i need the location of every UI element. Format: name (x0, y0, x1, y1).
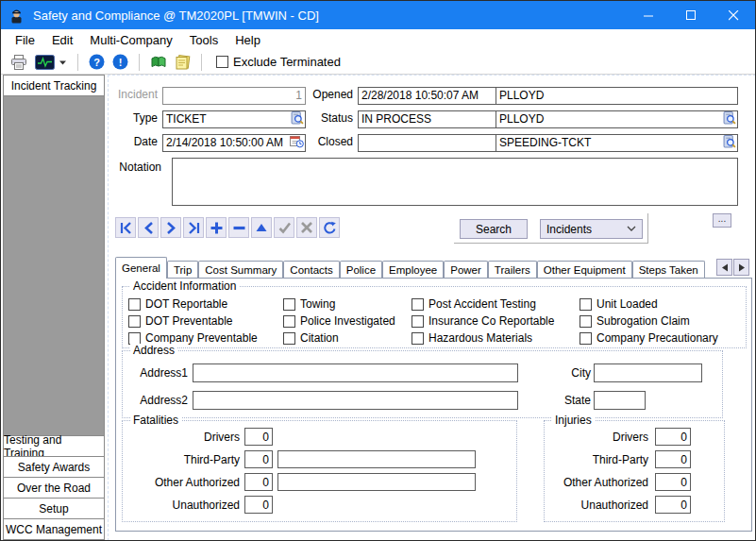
menu-edit[interactable]: Edit (43, 31, 81, 49)
fatalities-other-authorized-detail-input[interactable] (277, 473, 476, 491)
checkbox-box[interactable] (580, 332, 592, 345)
checkbox-box[interactable] (580, 315, 592, 328)
fatalities-third-party-detail-input[interactable] (277, 450, 476, 468)
address2-field[interactable] (193, 391, 518, 410)
minimize-button[interactable] (628, 1, 670, 29)
tab-cost-summary[interactable]: Cost Summary (198, 261, 283, 279)
checkbox-dot-reportable[interactable]: DOT Reportable (128, 297, 283, 311)
user-id-input[interactable] (496, 87, 738, 105)
fatalities-drivers-input[interactable] (244, 428, 273, 446)
accept-button[interactable] (274, 217, 294, 238)
status-input[interactable] (358, 110, 512, 128)
checkbox-citation[interactable]: Citation (283, 331, 412, 345)
state-input[interactable] (594, 391, 646, 410)
city-input[interactable] (594, 363, 702, 382)
tab-steps-taken[interactable]: Steps Taken (632, 261, 705, 279)
injuries-unauthorized-input[interactable] (655, 496, 691, 514)
date-field[interactable] (162, 133, 306, 151)
record-type-select[interactable]: Incidents (540, 219, 643, 239)
checkbox-hazardous-materials[interactable]: Hazardous Materials (412, 331, 580, 345)
print-icon[interactable] (10, 55, 27, 70)
opened-field[interactable] (358, 86, 512, 104)
responsible-input[interactable] (496, 110, 738, 128)
checkbox-box[interactable] (412, 298, 424, 311)
checkbox-box[interactable] (128, 332, 141, 345)
notation-textarea[interactable] (172, 158, 738, 206)
calendar-clock-icon[interactable] (290, 135, 304, 152)
fatalities-other-authorized-input[interactable] (244, 473, 273, 491)
first-record-button[interactable] (115, 217, 136, 238)
root-cause-input[interactable] (496, 134, 738, 152)
more-options-button[interactable]: ... (713, 213, 731, 228)
notes-icon[interactable] (175, 55, 191, 70)
sidebar-item-incident-tracking[interactable]: Incident Tracking (4, 76, 104, 96)
tab-trip[interactable]: Trip (167, 261, 198, 279)
menu-file[interactable]: File (7, 31, 43, 49)
move-up-button[interactable] (251, 217, 272, 238)
book-icon[interactable] (150, 55, 167, 69)
info-icon[interactable]: ! (112, 54, 128, 70)
opened-input[interactable] (358, 87, 512, 105)
injuries-third-party-input[interactable] (655, 450, 691, 468)
lookup-icon[interactable] (723, 111, 736, 128)
previous-record-button[interactable] (138, 217, 159, 238)
tab-general[interactable]: General (115, 257, 167, 279)
checkbox-box[interactable] (412, 332, 424, 345)
root-cause-field[interactable] (496, 133, 738, 151)
address1-input[interactable] (193, 363, 518, 382)
tab-power[interactable]: Power (444, 261, 488, 279)
injuries-drivers-input[interactable] (655, 428, 691, 446)
date-input[interactable] (162, 134, 306, 152)
type-field[interactable] (162, 110, 306, 127)
fatalities-third-party-input[interactable] (244, 450, 273, 468)
sidebar-item-wcc-management[interactable]: WCC Management (4, 518, 104, 539)
city-field[interactable] (594, 363, 702, 382)
last-record-button[interactable] (183, 217, 204, 238)
checkbox-box[interactable] (128, 298, 141, 311)
checkbox-unit-loaded[interactable]: Unit Loaded (580, 297, 718, 311)
tab-contacts[interactable]: Contacts (283, 261, 339, 279)
type-input[interactable] (162, 110, 306, 128)
checkbox-box[interactable] (283, 332, 295, 345)
tab-scroll-left-button[interactable] (716, 259, 732, 276)
address1-field[interactable] (193, 363, 518, 382)
checkbox-post-accident-testing[interactable]: Post Accident Testing (412, 297, 580, 311)
checkbox-insurance-co-reportable[interactable]: Insurance Co Reportable (412, 314, 580, 328)
checkbox-company-precautionary[interactable]: Company Precautionary (580, 331, 718, 345)
sidebar-item-testing-and-training[interactable]: Testing and Training (4, 435, 104, 456)
checkbox-company-preventable[interactable]: Company Preventable (128, 331, 283, 345)
checkbox-towing[interactable]: Towing (283, 297, 412, 311)
checkbox-subrogation-claim[interactable]: Subrogation Claim (580, 314, 718, 328)
sidebar-item-setup[interactable]: Setup (4, 498, 104, 518)
state-field[interactable] (594, 391, 646, 410)
refresh-button[interactable] (319, 217, 340, 238)
user-id-field[interactable] (496, 86, 738, 104)
add-record-button[interactable] (206, 217, 227, 238)
monitor-icon[interactable] (35, 55, 55, 70)
menu-multi-company[interactable]: Multi-Company (81, 31, 180, 49)
delete-record-button[interactable] (228, 217, 249, 238)
checkbox-box[interactable] (283, 315, 295, 328)
search-button[interactable]: Search (460, 219, 528, 239)
tab-employee[interactable]: Employee (382, 261, 444, 279)
maximize-button[interactable] (670, 1, 713, 29)
closed-input[interactable] (358, 134, 512, 152)
cancel-button[interactable] (296, 217, 317, 238)
lookup-icon[interactable] (291, 111, 304, 128)
menu-tools[interactable]: Tools (181, 31, 227, 49)
close-button[interactable] (713, 1, 755, 29)
status-field[interactable] (358, 110, 512, 127)
tab-police[interactable]: Police (340, 261, 382, 279)
tab-scroll-right-button[interactable] (733, 259, 749, 276)
fatalities-unauthorized-input[interactable] (244, 496, 273, 514)
monitor-dropdown-icon[interactable] (59, 59, 67, 66)
next-record-button[interactable] (160, 217, 181, 238)
checkbox-box[interactable] (128, 315, 141, 328)
checkbox-box[interactable] (580, 298, 592, 311)
checkbox-police-investigated[interactable]: Police Investigated (283, 314, 412, 328)
closed-field[interactable]: 12 (358, 133, 512, 151)
checkbox-dot-preventable[interactable]: DOT Preventable (128, 314, 283, 328)
responsible-field[interactable] (496, 110, 738, 127)
sidebar-item-over-the-road[interactable]: Over the Road (4, 477, 104, 498)
sidebar-item-safety-awards[interactable]: Safety Awards (4, 456, 104, 477)
